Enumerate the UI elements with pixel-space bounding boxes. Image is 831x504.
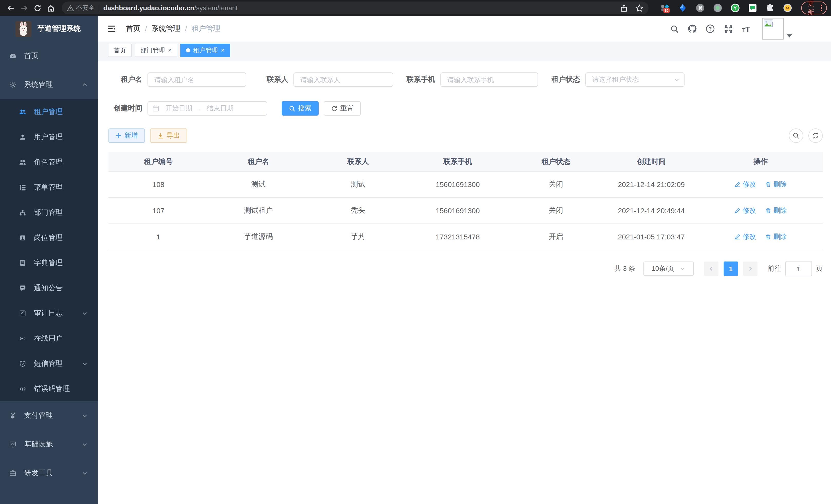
extension-command-icon[interactable]: ⌘ bbox=[696, 4, 705, 12]
trash-icon bbox=[765, 234, 771, 240]
tab-tenant[interactable]: 租户管理 × bbox=[180, 44, 230, 57]
back-icon[interactable] bbox=[4, 1, 18, 14]
extension-emoji-icon[interactable] bbox=[783, 4, 792, 12]
hamburger-icon[interactable] bbox=[106, 24, 117, 34]
avatar bbox=[762, 18, 784, 39]
help-icon[interactable]: ? bbox=[705, 24, 715, 34]
plus-icon bbox=[116, 132, 122, 139]
sidebar-item-error-code[interactable]: 错误码管理 bbox=[0, 376, 98, 401]
share-icon[interactable] bbox=[620, 4, 628, 12]
sidebar-item-dept[interactable]: 部门管理 bbox=[0, 200, 98, 225]
reset-button[interactable]: 重置 bbox=[324, 101, 361, 116]
extension-y-icon[interactable]: Y bbox=[731, 4, 740, 12]
sidebar-item-menu[interactable]: 菜单管理 bbox=[0, 175, 98, 200]
github-icon[interactable] bbox=[687, 24, 697, 34]
tab-dept[interactable]: 部门管理 × bbox=[135, 44, 177, 57]
download-icon bbox=[157, 132, 164, 139]
sidebar-item-dict[interactable]: 字典管理 bbox=[0, 250, 98, 275]
add-button[interactable]: 新增 bbox=[109, 128, 145, 143]
col-actions: 操作 bbox=[698, 152, 823, 171]
forward-icon[interactable] bbox=[18, 1, 31, 14]
tags-view: 首页 部门管理 × 租户管理 × bbox=[98, 41, 831, 61]
extension-diamond-icon[interactable]: 10 bbox=[661, 4, 670, 12]
chevron-down-icon bbox=[679, 266, 686, 272]
sidebar-item-online-user[interactable]: 在线用户 bbox=[0, 326, 98, 351]
search-button[interactable]: 搜索 bbox=[282, 101, 319, 116]
page-number-1[interactable]: 1 bbox=[724, 262, 738, 276]
briefcase-icon bbox=[9, 470, 17, 477]
page-unit: 页 bbox=[816, 264, 823, 273]
user-dropdown[interactable] bbox=[762, 18, 792, 39]
logo[interactable]: 芋道管理系统 bbox=[0, 16, 98, 41]
export-button[interactable]: 导出 bbox=[150, 128, 187, 143]
delete-link[interactable]: 删除 bbox=[765, 180, 787, 189]
close-icon[interactable]: × bbox=[221, 47, 225, 53]
code-icon bbox=[19, 385, 26, 392]
table-header-row: 租户编号 租户名 联系人 联系手机 租户状态 创建时间 操作 bbox=[109, 152, 823, 171]
edit-link[interactable]: 修改 bbox=[735, 232, 756, 241]
refresh-button[interactable] bbox=[808, 128, 823, 143]
post-badge-icon bbox=[19, 234, 26, 241]
sidebar-item-infra[interactable]: 基础设施 bbox=[0, 430, 98, 459]
close-icon[interactable]: × bbox=[168, 47, 172, 53]
extension-dot-icon[interactable] bbox=[713, 4, 722, 12]
dashboard-icon bbox=[9, 52, 17, 60]
trash-icon bbox=[765, 208, 771, 214]
tenant-name-input[interactable] bbox=[147, 72, 246, 87]
filter-contact-mobile: 联系手机 bbox=[401, 72, 538, 87]
chevron-down-icon bbox=[82, 360, 88, 366]
sidebar-item-pay[interactable]: 支付管理 bbox=[0, 401, 98, 430]
user-icon bbox=[19, 133, 26, 141]
edit-link[interactable]: 修改 bbox=[735, 180, 756, 189]
status-select[interactable]: 请选择租户状态 bbox=[585, 72, 685, 87]
sidebar-item-audit-log[interactable]: 审计日志 bbox=[0, 301, 98, 326]
cell-id: 1 bbox=[109, 224, 208, 250]
sidebar-item-tenant[interactable]: 租户管理 bbox=[0, 99, 98, 124]
sidebar: 芋道管理系统 首页 系统管理 租户管理 用户管理 bbox=[0, 16, 98, 504]
caret-down-icon bbox=[787, 34, 792, 37]
search-icon[interactable] bbox=[669, 24, 679, 34]
sidebar-item-user[interactable]: 用户管理 bbox=[0, 124, 98, 149]
next-page-button[interactable] bbox=[743, 262, 757, 276]
sidebar-item-role[interactable]: 角色管理 bbox=[0, 149, 98, 175]
reload-icon[interactable] bbox=[31, 1, 44, 14]
home-icon[interactable] bbox=[44, 1, 58, 14]
page-size-select[interactable]: 10条/页 bbox=[643, 262, 694, 276]
address-bar[interactable]: 不安全 dashboard.yudao.iocoder.cn/system/te… bbox=[62, 2, 649, 14]
contact-name-input[interactable] bbox=[293, 72, 393, 87]
navbar: 首页 / 系统管理 / 租户管理 ? TT bbox=[98, 16, 831, 41]
sidebar-item-post[interactable]: 岗位管理 bbox=[0, 225, 98, 250]
extension-chat-icon[interactable] bbox=[748, 4, 757, 12]
browser-update-button[interactable]: 更新 bbox=[801, 2, 827, 14]
font-size-icon[interactable]: TT bbox=[741, 24, 751, 34]
system-submenu: 租户管理 用户管理 角色管理 菜单管理 部门管理 bbox=[0, 99, 98, 401]
cell-created: 2021-01-05 17:03:47 bbox=[604, 224, 698, 250]
date-range-picker[interactable]: 开始日期 - 结束日期 bbox=[147, 101, 267, 116]
browser-menu-icon[interactable] bbox=[821, 5, 822, 11]
sidebar-item-home[interactable]: 首页 bbox=[0, 41, 98, 70]
tenant-table: 租户编号 租户名 联系人 联系手机 租户状态 创建时间 操作 108 测试 bbox=[109, 152, 823, 250]
tab-home[interactable]: 首页 bbox=[108, 44, 132, 57]
bookmark-star-icon[interactable] bbox=[635, 4, 643, 12]
breadcrumb: 首页 / 系统管理 / 租户管理 bbox=[126, 24, 221, 33]
prev-page-button[interactable] bbox=[704, 262, 718, 276]
fullscreen-icon[interactable] bbox=[723, 24, 733, 34]
goto-page-input[interactable] bbox=[785, 261, 812, 276]
status-label: 租户状态 bbox=[546, 75, 580, 84]
sidebar-item-notice[interactable]: 通知公告 bbox=[0, 275, 98, 301]
svg-text:?: ? bbox=[709, 26, 712, 32]
sidebar-item-devtools[interactable]: 研发工具 bbox=[0, 459, 98, 487]
delete-link[interactable]: 删除 bbox=[765, 232, 787, 241]
delete-link[interactable]: 删除 bbox=[765, 206, 787, 215]
sidebar-item-system[interactable]: 系统管理 bbox=[0, 70, 98, 99]
extension-puzzle-icon[interactable] bbox=[766, 4, 774, 12]
contact-mobile-input[interactable] bbox=[440, 72, 538, 87]
edit-link[interactable]: 修改 bbox=[735, 206, 756, 215]
edit-icon bbox=[735, 208, 741, 214]
toggle-search-button[interactable] bbox=[789, 128, 803, 143]
sidebar-item-sms[interactable]: 短信管理 bbox=[0, 351, 98, 376]
breadcrumb-system[interactable]: 系统管理 bbox=[152, 24, 180, 33]
filter-row-1: 租户名 联系人 联系手机 租户状态 请选择租户状态 bbox=[109, 72, 823, 87]
breadcrumb-home[interactable]: 首页 bbox=[126, 24, 140, 33]
extension-kite-icon[interactable] bbox=[678, 4, 687, 12]
